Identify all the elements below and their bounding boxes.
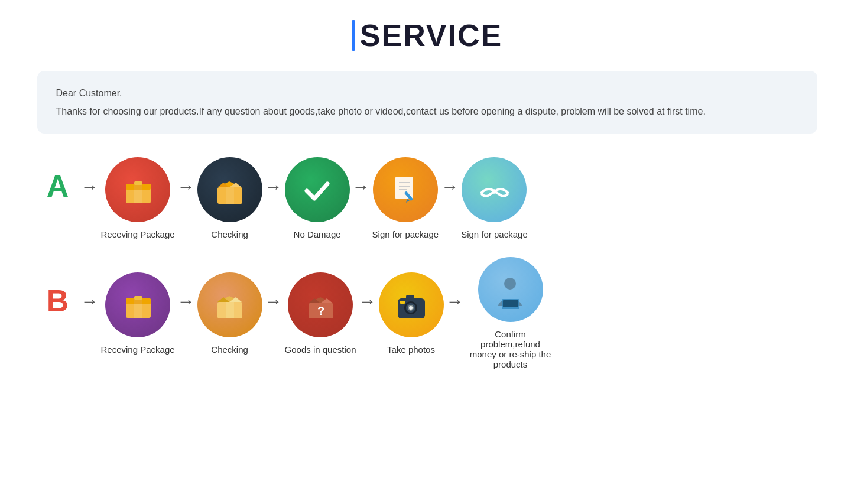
label-recv-pkg-a: Receving Package <box>101 229 175 239</box>
arrow-2b: → <box>265 291 282 311</box>
icon-recv-pkg-b <box>105 272 170 337</box>
step-checking-b: Checking <box>197 272 262 355</box>
icon-sign-a <box>373 157 438 222</box>
step-recv-pkg-a: Receving Package <box>101 157 175 239</box>
icon-sign-b <box>462 157 527 222</box>
arrow-3a: → <box>352 177 370 197</box>
svg-marker-15 <box>406 199 410 203</box>
icon-no-damage <box>285 157 350 222</box>
svg-rect-10 <box>395 177 413 199</box>
icon-checking-a <box>197 157 262 222</box>
svg-rect-41 <box>503 300 518 307</box>
arrow-after-a: → <box>81 177 99 197</box>
svg-point-16 <box>492 189 496 194</box>
svg-rect-26 <box>226 302 234 318</box>
arrow-3b: → <box>359 291 376 311</box>
page-title-section: SERVICE <box>37 18 817 53</box>
svg-point-39 <box>504 278 516 290</box>
flow-section-a: A → Rec <box>37 157 817 239</box>
label-no-damage: No Damage <box>294 229 341 239</box>
label-recv-pkg-b: Receving Package <box>101 344 175 355</box>
label-checking-a: Checking <box>211 229 248 239</box>
arrow-4b: → <box>446 291 464 311</box>
label-sign-b: Sign for package <box>461 229 528 239</box>
svg-text:?: ? <box>317 304 324 317</box>
svg-rect-38 <box>400 301 405 304</box>
svg-rect-9 <box>226 187 234 204</box>
step-sign-a: Sign for package <box>372 157 439 239</box>
step-no-damage: No Damage <box>285 157 350 239</box>
step-confirm-problem: Confirm problem,refund money or re-ship … <box>466 257 555 369</box>
page-title: SERVICE <box>360 18 502 53</box>
step-sign-b: Sign for package <box>461 157 528 239</box>
notice-box: Dear Customer, Thanks for choosing our p… <box>37 71 817 134</box>
icon-take-photos <box>379 272 444 337</box>
notice-text: Thanks for choosing our products.If any … <box>56 103 798 119</box>
label-take-photos: Take photos <box>387 344 435 355</box>
icon-checking-b <box>197 272 262 337</box>
icon-confirm-problem <box>478 257 543 322</box>
step-take-photos: Take photos <box>379 272 444 355</box>
row-b-label: B <box>37 283 79 318</box>
step-recv-pkg-b: Receving Package <box>101 272 175 355</box>
arrow-1b: → <box>177 291 195 311</box>
label-confirm-problem: Confirm problem,refund money or re-ship … <box>466 329 555 369</box>
arrow-4a: → <box>441 177 459 197</box>
arrow-after-b: → <box>81 291 99 311</box>
row-a-label: A <box>37 168 79 204</box>
icon-recv-pkg-a <box>105 157 170 222</box>
step-goods-question: ? Goods in question <box>285 272 356 355</box>
icon-goods-question: ? <box>288 272 353 337</box>
svg-rect-21 <box>134 296 142 300</box>
arrow-2a: → <box>265 177 282 197</box>
label-sign-a: Sign for package <box>372 229 439 239</box>
svg-rect-4 <box>134 181 142 185</box>
label-goods-question: Goods in question <box>285 344 356 355</box>
arrow-1a: → <box>177 177 195 197</box>
svg-rect-37 <box>406 295 414 300</box>
flow-section-b: B → Receving Package <box>37 257 817 369</box>
step-checking-a: Checking <box>197 157 262 239</box>
notice-greeting: Dear Customer, <box>56 85 798 101</box>
svg-point-36 <box>409 306 413 310</box>
label-checking-b: Checking <box>211 344 248 355</box>
title-bar-accent <box>352 20 355 51</box>
